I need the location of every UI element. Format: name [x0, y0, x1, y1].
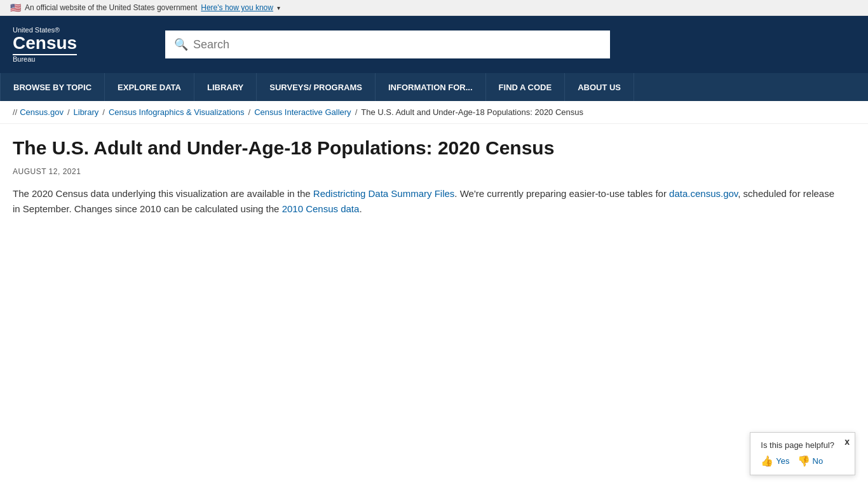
heres-how-link[interactable]: Here's how you know [201, 3, 273, 12]
breadcrumb-current: The U.S. Adult and Under-Age-18 Populati… [361, 107, 583, 117]
data-census-link[interactable]: data.census.gov [669, 188, 738, 199]
logo-bureau: Bureau [13, 55, 77, 63]
flag-icon: 🇺🇸 [10, 3, 21, 13]
gov-banner: 🇺🇸 An official website of the United Sta… [0, 0, 868, 16]
search-bar[interactable]: 🔍 [165, 30, 610, 58]
breadcrumb-census-gov[interactable]: Census.gov [20, 107, 64, 117]
description-text-4: . [359, 203, 362, 214]
breadcrumb-infographics[interactable]: Census Infographics & Visualizations [109, 107, 245, 117]
main-nav: BROWSE BY TOPIC EXPLORE DATA LIBRARY SUR… [0, 73, 868, 101]
logo-area[interactable]: United States® Census Bureau [13, 26, 153, 64]
gov-banner-text: An official website of the United States… [25, 3, 197, 12]
nav-explore-data[interactable]: EXPLORE DATA [105, 73, 194, 101]
description-text-2: . We're currently preparing easier-to-us… [454, 188, 669, 199]
page-date: AUGUST 12, 2021 [13, 167, 855, 176]
logo-census: Census [13, 34, 77, 56]
nav-library[interactable]: LIBRARY [194, 73, 257, 101]
site-header: United States® Census Bureau 🔍 [0, 16, 868, 73]
nav-browse-by-topic[interactable]: BROWSE BY TOPIC [0, 73, 105, 101]
main-content: The U.S. Adult and Under-Age-18 Populati… [0, 124, 868, 242]
breadcrumb-sep-2: / [102, 107, 105, 117]
breadcrumb: // Census.gov / Library / Census Infogra… [0, 101, 868, 124]
page-title: The U.S. Adult and Under-Age-18 Populati… [13, 137, 855, 159]
breadcrumb-sep-1: / [67, 107, 70, 117]
breadcrumb-sep-3: / [248, 107, 251, 117]
census-2010-link[interactable]: 2010 Census data [282, 203, 360, 214]
search-input[interactable] [193, 38, 601, 51]
redistricting-link[interactable]: Redistricting Data Summary Files [313, 188, 455, 199]
breadcrumb-library[interactable]: Library [74, 107, 99, 117]
logo-united-states: United States® [13, 26, 77, 34]
census-logo: United States® Census Bureau [13, 26, 77, 64]
nav-information-for[interactable]: INFORMATION FOR... [376, 73, 486, 101]
nav-find-a-code[interactable]: FIND A CODE [486, 73, 566, 101]
nav-surveys-programs[interactable]: SURVEYS/ PROGRAMS [257, 73, 376, 101]
description-text-1: The 2020 Census data underlying this vis… [13, 188, 313, 199]
chevron-down-icon: ▾ [277, 4, 280, 11]
breadcrumb-sep-4: / [355, 107, 358, 117]
nav-about-us[interactable]: ABOUT US [565, 73, 634, 101]
page-description: The 2020 Census data underlying this vis… [13, 186, 839, 217]
search-icon: 🔍 [174, 37, 188, 51]
breadcrumb-interactive-gallery[interactable]: Census Interactive Gallery [254, 107, 351, 117]
breadcrumb-sep-start: // [13, 107, 17, 117]
